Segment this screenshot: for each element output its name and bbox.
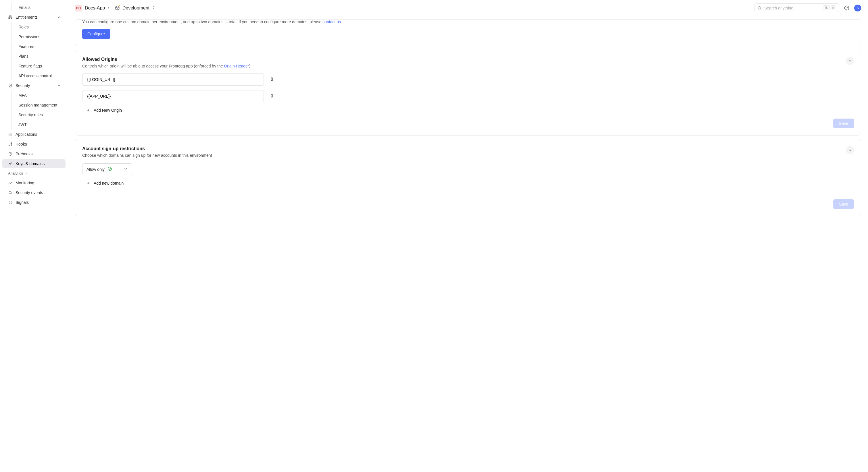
origin-header-link[interactable]: Origin Header	[224, 64, 249, 68]
add-origin-button[interactable]: Add New Origin	[82, 108, 854, 112]
sidebar-item-label: Keys & domains	[16, 161, 44, 166]
sidebar-item-mfa[interactable]: MFA	[2, 91, 65, 100]
origin-input-0[interactable]	[82, 73, 264, 86]
sidebar-item-jwt[interactable]: JWT	[2, 120, 65, 129]
allowed-origins-desc-suffix: )	[249, 64, 251, 68]
sidebar-group-entitlements[interactable]: Entitlements	[2, 13, 65, 22]
custom-domain-desc: You can configure one custom domain per …	[82, 20, 854, 24]
help-button[interactable]	[843, 4, 851, 12]
signup-title: Account sign-up restrictions	[82, 146, 212, 151]
svg-rect-5	[9, 135, 10, 136]
monitoring-icon	[8, 180, 13, 185]
sidebar-item-signals[interactable]: Signals	[2, 198, 65, 207]
sidebar-item-label: Monitoring	[16, 180, 34, 185]
svg-point-15	[847, 9, 847, 9]
sidebar-item-features[interactable]: Features	[2, 42, 65, 51]
sidebar-item-label: Permissions	[19, 34, 40, 39]
sidebar-item-label: JWT	[19, 122, 27, 127]
allowed-origins-card: Allowed Origins Controls which origin wi…	[75, 50, 861, 136]
sidebar-item-label: Security rules	[19, 112, 43, 117]
svg-point-8	[11, 143, 12, 143]
chevron-up-icon	[57, 83, 62, 88]
sidebar-item-label: Hooks	[16, 142, 27, 146]
sidebar-item-label: Features	[19, 44, 34, 49]
sidebar-item-label: MFA	[19, 93, 27, 98]
sidebar-item-emails[interactable]: Emails	[2, 3, 65, 12]
sidebar-section-label: Analytics	[8, 171, 23, 175]
sidebar-item-security-rules[interactable]: Security rules	[2, 110, 65, 120]
kbd-k: K	[831, 5, 836, 10]
sidebar-section-analytics[interactable]: Analytics	[2, 169, 65, 178]
shield-check-icon	[8, 83, 13, 88]
sidebar-item-plans[interactable]: Plans	[2, 52, 65, 61]
chevron-down-icon	[115, 167, 128, 172]
sidebar-item-label: Security events	[16, 190, 43, 195]
save-signup-button[interactable]: Save	[833, 199, 854, 209]
search-box[interactable]: ⌘ K	[754, 3, 839, 12]
sidebar-item-monitoring[interactable]: Monitoring	[2, 178, 65, 188]
signup-desc: Choose which domains can sign up for new…	[82, 153, 212, 158]
origin-input-1[interactable]	[82, 90, 264, 102]
key-icon	[8, 161, 13, 166]
sidebar-item-label: Session management	[19, 103, 57, 107]
sidebar-group-security[interactable]: Security	[2, 81, 65, 90]
kbd-cmd: ⌘	[823, 5, 830, 10]
sidebar-item-label: Emails	[19, 5, 30, 10]
origin-row	[82, 73, 854, 86]
contact-us-link[interactable]: contact us.	[322, 20, 342, 24]
svg-rect-2	[11, 18, 12, 19]
sidebar-item-roles[interactable]: Roles	[2, 23, 65, 32]
plus-icon	[86, 108, 90, 112]
allowed-origins-desc: Controls which origin will be able to ac…	[82, 64, 250, 68]
sort-icon	[152, 5, 156, 11]
breadcrumb: DO Docs-App / Development	[75, 4, 158, 12]
env-status-dot	[118, 5, 121, 7]
sidebar-item-label: Plans	[19, 54, 28, 59]
svg-point-9	[11, 145, 12, 146]
allowed-origins-title: Allowed Origins	[82, 57, 250, 62]
sidebar-item-keys-domains[interactable]: Keys & domains	[2, 159, 65, 168]
sidebar-item-prehooks[interactable]: Prehooks	[2, 149, 65, 159]
svg-rect-3	[9, 133, 10, 134]
sidebar-item-feature-flags[interactable]: Feature flags	[2, 61, 65, 71]
sidebar-item-label: Entitlements	[16, 15, 38, 20]
save-origins-button[interactable]: Save	[833, 119, 854, 128]
svg-point-7	[9, 145, 10, 146]
sidebar-item-label: API access control	[19, 73, 52, 78]
sidebar-item-permissions[interactable]: Permissions	[2, 32, 65, 41]
sidebar-item-hooks[interactable]: Hooks	[2, 139, 65, 149]
svg-rect-6	[11, 135, 12, 136]
svg-point-12	[9, 191, 11, 194]
add-domain-button[interactable]: Add new domain	[82, 181, 854, 186]
search-icon	[8, 190, 13, 195]
signup-restrictions-card: Account sign-up restrictions Choose whic…	[75, 139, 861, 216]
sidebar-item-security-events[interactable]: Security events	[2, 188, 65, 197]
env-selector[interactable]: Development	[112, 4, 158, 12]
signals-icon	[8, 200, 13, 205]
grid-icon	[8, 132, 13, 137]
header-bar: DO Docs-App / Development ⌘	[68, 0, 868, 16]
sidebar-item-label: Prehooks	[16, 151, 32, 156]
search-icon	[757, 6, 762, 10]
delete-origin-button[interactable]	[270, 77, 274, 82]
chevron-down-icon	[25, 172, 28, 175]
check-circle-icon	[107, 167, 112, 172]
user-avatar[interactable]: S	[854, 5, 861, 11]
breadcrumb-separator: /	[108, 5, 109, 11]
sidebar-item-applications[interactable]: Applications	[2, 130, 65, 139]
sidebar-item-session-management[interactable]: Session management	[2, 100, 65, 110]
collapse-button[interactable]	[846, 146, 854, 154]
sidebar: Emails Entitlements Roles Permissions Fe…	[0, 0, 68, 472]
sidebar-item-label: Signals	[16, 200, 29, 205]
restriction-mode-select[interactable]: Allow only	[82, 163, 132, 175]
sidebar-item-api-access-control[interactable]: API access control	[2, 71, 65, 80]
prehooks-icon	[8, 151, 13, 156]
configure-button[interactable]: Configure	[82, 29, 110, 39]
delete-origin-button[interactable]	[270, 94, 274, 99]
svg-rect-4	[11, 133, 12, 134]
sidebar-item-label: Applications	[16, 132, 37, 137]
collapse-button[interactable]	[846, 57, 854, 65]
org-name[interactable]: Docs-App	[85, 5, 105, 11]
sidebar-item-label: Security	[16, 83, 30, 88]
search-input[interactable]	[764, 6, 820, 10]
